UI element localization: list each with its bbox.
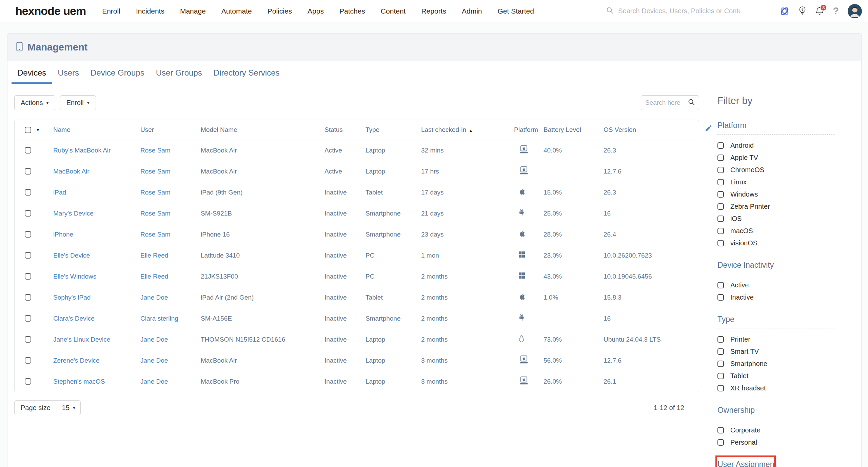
nav-item-incidents[interactable]: Incidents <box>136 7 164 15</box>
notifications-icon[interactable]: 8 <box>815 6 824 16</box>
tab-user-groups[interactable]: User Groups <box>150 61 208 84</box>
checkbox[interactable] <box>717 282 724 288</box>
global-search[interactable] <box>606 7 740 15</box>
filter-option-apple-tv[interactable]: Apple TV <box>717 151 834 164</box>
table-row[interactable]: iPadRose SamiPad (9th Gen)InactiveTablet… <box>15 182 699 203</box>
nav-item-automate[interactable]: Automate <box>221 7 252 15</box>
table-search-input[interactable] <box>645 99 685 106</box>
checkbox[interactable] <box>717 336 724 343</box>
filter-option-tablet[interactable]: Tablet <box>717 370 834 382</box>
checkbox[interactable] <box>717 179 724 185</box>
column-header-type[interactable]: Type <box>366 126 421 134</box>
device-name-link[interactable]: Jane's Linux Device <box>53 336 110 343</box>
device-name-link[interactable]: Stephen's macOS <box>53 378 105 385</box>
checkbox[interactable] <box>717 155 724 161</box>
table-row[interactable]: Zerene's DeviceJane DoeMacBook AirInacti… <box>15 350 699 371</box>
checkbox[interactable] <box>717 385 724 391</box>
device-name-link[interactable]: Ruby's MacBook Air <box>53 147 111 154</box>
filter-option-linux[interactable]: Linux <box>717 176 834 188</box>
filter-option-inactive[interactable]: Inactive <box>717 291 834 303</box>
enroll-button[interactable]: Enroll ▾ <box>60 95 96 110</box>
row-checkbox[interactable] <box>25 210 31 217</box>
filter-option-active[interactable]: Active <box>717 279 834 291</box>
row-checkbox[interactable] <box>25 147 31 154</box>
table-row[interactable]: Sophy's iPadJane DoeiPad Air (2nd Gen)In… <box>15 287 699 308</box>
column-header-platform[interactable]: Platform <box>489 126 544 134</box>
table-row[interactable]: Clara's DeviceClara sterlingSM-A156EInac… <box>15 308 699 329</box>
row-checkbox[interactable] <box>25 252 31 259</box>
table-row[interactable]: Jane's Linux DeviceJane DoeTHOMSON N15I5… <box>15 329 699 350</box>
row-checkbox[interactable] <box>25 294 31 301</box>
row-checkbox[interactable] <box>25 336 31 343</box>
checkbox[interactable] <box>717 361 724 367</box>
table-row[interactable]: Ruby's MacBook AirRose SamMacBook AirAct… <box>15 140 699 161</box>
nav-item-manage[interactable]: Manage <box>180 7 206 15</box>
page-size-select[interactable]: 15 ▾ <box>57 401 80 415</box>
nav-item-policies[interactable]: Policies <box>268 7 292 15</box>
nav-item-admin[interactable]: Admin <box>462 7 482 15</box>
table-row[interactable]: iPhoneRose SamiPhone 16InactiveSmartphon… <box>15 224 699 245</box>
global-search-input[interactable] <box>618 7 740 15</box>
user-link[interactable]: Jane Doe <box>140 357 168 364</box>
row-checkbox[interactable] <box>25 357 31 364</box>
filter-option-android[interactable]: Android <box>717 139 834 151</box>
idea-icon[interactable] <box>798 6 806 16</box>
edit-filters-icon[interactable] <box>705 124 712 134</box>
row-checkbox[interactable] <box>25 189 31 196</box>
user-link[interactable]: Clara sterling <box>140 315 178 322</box>
genie-icon[interactable] <box>780 6 790 16</box>
nav-item-patches[interactable]: Patches <box>339 7 365 15</box>
hexnode-uem-logo[interactable]: hexnode uem <box>15 4 86 18</box>
filter-option-ios[interactable]: iOS <box>717 212 834 225</box>
checkbox[interactable] <box>717 240 724 246</box>
select-options-caret-icon[interactable]: ▾ <box>37 127 39 133</box>
table-row[interactable]: Elle's WindowsElle Reed21JKS13F00Inactiv… <box>15 266 699 287</box>
table-search[interactable] <box>641 95 699 110</box>
nav-item-reports[interactable]: Reports <box>421 7 446 15</box>
user-link[interactable]: Elle Reed <box>140 273 168 280</box>
device-name-link[interactable]: Clara's Device <box>53 315 95 322</box>
tab-users[interactable]: Users <box>52 61 85 84</box>
table-row[interactable]: MacBook AirRose SamMacBook AirActiveLapt… <box>15 161 699 182</box>
column-header-last-checked-in[interactable]: Last checked-in▲ <box>421 126 489 134</box>
column-header-battery-level[interactable]: Battery Level <box>544 126 604 134</box>
search-icon[interactable] <box>688 99 695 107</box>
actions-button[interactable]: Actions ▾ <box>14 95 55 110</box>
checkbox[interactable] <box>717 142 724 149</box>
row-checkbox[interactable] <box>25 273 31 280</box>
device-name-link[interactable]: Sophy's iPad <box>53 294 91 301</box>
checkbox[interactable] <box>717 294 724 301</box>
row-checkbox[interactable] <box>25 168 31 175</box>
checkbox[interactable] <box>717 216 724 222</box>
filter-option-chromeos[interactable]: ChromeOS <box>717 164 834 176</box>
device-name-link[interactable]: iPad <box>53 189 66 196</box>
device-name-link[interactable]: Mary's Device <box>53 210 94 217</box>
filter-option-printer[interactable]: Printer <box>717 333 834 345</box>
user-link[interactable]: Rose Sam <box>140 168 171 175</box>
user-link[interactable]: Jane Doe <box>140 294 168 301</box>
filter-option-personal[interactable]: Personal <box>717 436 834 448</box>
sort-asc-icon[interactable]: ▲ <box>469 128 473 133</box>
column-header-status[interactable]: Status <box>324 126 366 134</box>
filter-option-zebra-printer[interactable]: Zebra Printer <box>717 200 834 212</box>
select-all-checkbox[interactable] <box>25 127 31 133</box>
checkbox[interactable] <box>717 427 724 433</box>
table-row[interactable]: Elle's DeviceElle ReedLatitude 3410Inact… <box>15 245 699 266</box>
user-link[interactable]: Rose Sam <box>140 189 171 196</box>
tab-directory-services[interactable]: Directory Services <box>208 61 285 84</box>
nav-item-content[interactable]: Content <box>381 7 406 15</box>
page-size-control[interactable]: Page size 15 ▾ <box>14 400 81 415</box>
column-header-name[interactable]: Name <box>53 126 140 134</box>
user-link[interactable]: Elle Reed <box>140 252 168 259</box>
user-link[interactable]: Jane Doe <box>140 336 168 343</box>
checkbox[interactable] <box>717 439 724 446</box>
row-checkbox[interactable] <box>25 378 31 385</box>
table-row[interactable]: Mary's DeviceRose SamSM-S921BInactiveSma… <box>15 203 699 224</box>
filter-option-visionos[interactable]: visionOS <box>717 237 834 249</box>
filter-option-windows[interactable]: Windows <box>717 188 834 200</box>
tab-devices[interactable]: Devices <box>12 61 52 84</box>
column-header-os-version[interactable]: OS Version <box>604 126 699 134</box>
checkbox[interactable] <box>717 373 724 379</box>
device-name-link[interactable]: Elle's Device <box>53 252 90 259</box>
checkbox[interactable] <box>717 203 724 210</box>
